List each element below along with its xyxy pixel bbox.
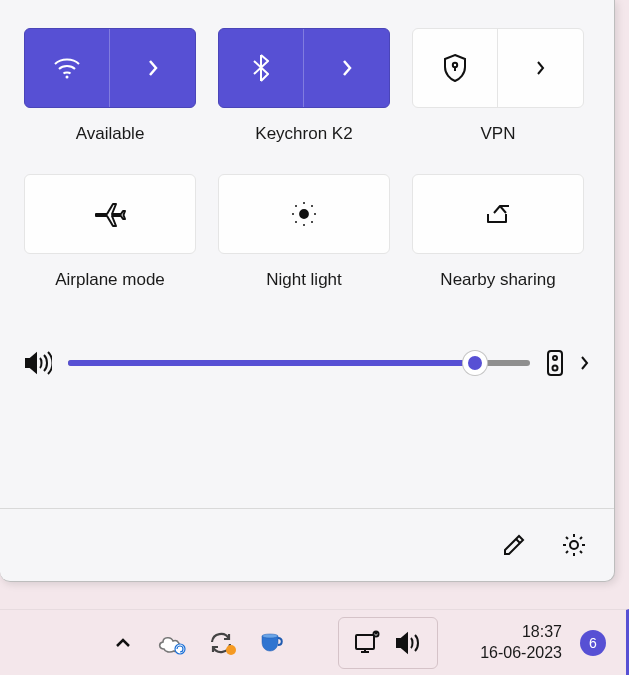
wifi-toggle[interactable] [24,28,196,108]
tray-overflow [114,631,286,655]
onedrive-tray-icon[interactable] [156,633,184,653]
vpn-label: VPN [481,124,516,144]
slider-fill [68,360,475,366]
svg-point-10 [311,221,313,223]
night-light-toggle[interactable] [218,174,390,254]
vpn-icon-button[interactable] [413,29,498,107]
bluetooth-icon-button[interactable] [219,29,304,107]
svg-point-6 [314,213,316,215]
airplane-label: Airplane mode [55,270,165,290]
svg-point-2 [300,210,308,218]
svg-point-14 [570,541,578,549]
tray-overflow-button[interactable] [114,637,132,649]
coffee-icon [258,632,286,654]
chevron-right-icon [341,58,353,78]
audio-output-icon[interactable] [546,349,564,377]
volume-slider[interactable] [68,348,530,378]
bluetooth-label: Keychron K2 [255,124,352,144]
alert-dot-icon [226,645,236,655]
svg-point-3 [303,202,305,204]
airplane-icon [93,200,127,228]
chevron-right-icon [147,58,159,78]
chevron-right-icon [536,60,546,76]
tile-vpn: VPN [412,28,584,144]
sync-overlay-icon [174,643,186,655]
svg-point-16 [262,634,278,638]
quick-settings-panel: Available Keychron K2 [0,0,615,582]
system-tray-button[interactable] [338,617,438,669]
svg-point-13 [553,366,558,371]
vpn-shield-icon [442,53,468,83]
volume-icon [395,631,423,655]
tiles-grid: Available Keychron K2 [0,0,614,310]
wifi-expand-button[interactable] [110,29,195,107]
bluetooth-icon [253,54,269,82]
bluetooth-expand-button[interactable] [304,29,389,107]
airplane-toggle[interactable] [24,174,196,254]
notification-count: 6 [589,635,597,651]
sync-tray-icon[interactable] [208,631,234,655]
nearby-sharing-icon [483,200,513,228]
tile-bluetooth: Keychron K2 [218,28,390,144]
slider-thumb[interactable] [463,351,487,375]
svg-point-4 [303,224,305,226]
vpn-toggle[interactable] [412,28,584,108]
nearby-sharing-toggle[interactable] [412,174,584,254]
nearby-sharing-label: Nearby sharing [440,270,555,290]
volume-icon [24,351,52,375]
taskbar: 18:37 16-06-2023 6 [0,609,629,675]
time-text: 18:37 [480,622,562,643]
svg-point-7 [295,205,297,207]
chevron-right-icon[interactable] [580,355,590,371]
svg-point-9 [295,221,297,223]
tile-night-light: Night light [218,174,390,290]
panel-footer [0,509,614,581]
svg-point-1 [453,63,457,67]
bluetooth-toggle[interactable] [218,28,390,108]
pencil-icon [501,532,527,558]
svg-rect-17 [356,635,374,649]
coffee-tray-icon[interactable] [258,632,286,654]
tile-airplane: Airplane mode [24,174,196,290]
night-light-label: Night light [266,270,342,290]
notification-badge[interactable]: 6 [580,630,606,656]
network-icon [353,630,381,656]
date-text: 16-06-2023 [480,643,562,664]
wifi-label: Available [76,124,145,144]
svg-point-0 [66,76,69,79]
vpn-expand-button[interactable] [498,29,583,107]
wifi-icon [53,57,81,79]
tile-wifi: Available [24,28,196,144]
night-light-icon [289,199,319,229]
volume-row [0,348,614,378]
tile-nearby-sharing: Nearby sharing [412,174,584,290]
gear-icon [560,531,588,559]
svg-point-5 [292,213,294,215]
chevron-up-icon [114,637,132,649]
svg-point-8 [311,205,313,207]
settings-button[interactable] [554,525,594,565]
wifi-icon-button[interactable] [25,29,110,107]
edit-quick-settings-button[interactable] [494,525,534,565]
clock-button[interactable]: 18:37 16-06-2023 [480,622,562,664]
svg-point-12 [553,356,557,360]
